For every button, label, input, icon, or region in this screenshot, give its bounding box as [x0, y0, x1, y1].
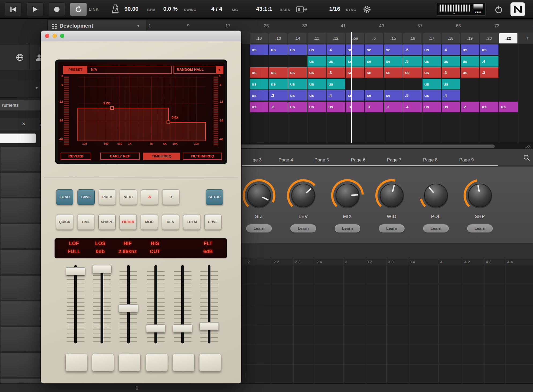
clip[interactable]: .4: [327, 45, 345, 55]
clip[interactable]: us: [288, 67, 307, 78]
clip[interactable]: .3: [327, 67, 345, 78]
meter-marker[interactable]: ▲: [453, 12, 456, 15]
display-tab-filter-freq[interactable]: FILTER/FREQ: [183, 153, 222, 160]
sound-slot[interactable]: [1, 250, 47, 274]
clip[interactable]: se: [384, 90, 403, 101]
fader-handle[interactable]: [66, 267, 85, 275]
page-tab[interactable]: Page 4: [271, 156, 301, 164]
clip[interactable]: us: [308, 79, 326, 90]
page-tab[interactable]: Page 6: [343, 156, 373, 164]
pad-button-6[interactable]: [199, 354, 221, 371]
pattern-slot[interactable]: .6: [365, 33, 383, 43]
pattern-slot[interactable]: .12: [327, 33, 345, 43]
pattern-slot[interactable]: .20: [480, 33, 498, 43]
clip[interactable]: se: [384, 67, 403, 78]
pad-button-1[interactable]: [65, 354, 87, 371]
clip[interactable]: us: [480, 102, 498, 112]
clip[interactable]: us: [308, 56, 326, 67]
clip[interactable]: us: [288, 45, 307, 55]
b-button[interactable]: B: [162, 189, 179, 205]
shape-button[interactable]: SHAPE: [98, 214, 116, 230]
clip[interactable]: us: [327, 102, 345, 112]
reverb-plugin-window[interactable]: PRESET N/A RANDOM HALL ▼ 00-6-6-12-12-24…: [41, 31, 241, 383]
fader-handle[interactable]: [146, 324, 165, 332]
display-tab-time-freq[interactable]: TIME/FREQ: [143, 153, 180, 160]
clip[interactable]: se: [346, 45, 364, 55]
pattern-slot[interactable]: .13: [269, 33, 287, 43]
link-toggle[interactable]: LINK: [89, 7, 99, 12]
page-tab[interactable]: Page 5: [307, 156, 336, 164]
clip[interactable]: us: [480, 45, 498, 55]
sound-slot[interactable]: [1, 224, 47, 248]
clip[interactable]: se: [365, 90, 383, 101]
pattern-slot[interactable]: .14: [288, 33, 306, 43]
clip[interactable]: .4: [442, 90, 460, 101]
learn-button[interactable]: Learn: [246, 224, 272, 232]
clip[interactable]: us: [269, 79, 288, 90]
close-window-button[interactable]: [45, 34, 49, 38]
fader-handle[interactable]: [173, 324, 192, 332]
clip[interactable]: .3: [269, 90, 288, 101]
clip[interactable]: us: [308, 45, 326, 55]
mod-button[interactable]: MOD: [141, 214, 158, 230]
pattern-slot[interactable]: .22: [499, 33, 517, 43]
preset-button[interactable]: PRESET: [64, 66, 87, 73]
clip[interactable]: us: [250, 67, 268, 78]
next-button[interactable]: NEXT: [120, 189, 137, 205]
search-icon[interactable]: [523, 154, 530, 161]
clip[interactable]: .3: [365, 102, 383, 112]
pattern-slot[interactable]: .15: [384, 33, 402, 43]
clip[interactable]: us: [308, 67, 326, 78]
resize-grip-icon[interactable]: [523, 143, 531, 149]
play-button[interactable]: [27, 3, 43, 16]
clip[interactable]: us: [250, 79, 268, 90]
clip[interactable]: us: [269, 45, 288, 55]
globe-icon[interactable]: [16, 53, 24, 62]
skip-back-button[interactable]: [5, 3, 22, 16]
clip[interactable]: se: [384, 45, 403, 55]
page-tab[interactable]: Page 7: [379, 156, 409, 164]
knob-mix[interactable]: [329, 177, 366, 214]
sound-slot[interactable]: [1, 301, 47, 326]
clip[interactable]: us: [327, 79, 345, 90]
clip[interactable]: us: [288, 102, 307, 112]
clip[interactable]: .3: [384, 102, 403, 112]
tempo-value[interactable]: 90.00: [124, 6, 139, 12]
pattern-slot[interactable]: .17: [423, 33, 441, 43]
clip[interactable]: se: [365, 45, 383, 55]
clip[interactable]: us: [423, 90, 441, 101]
reverb-time-freq-graph[interactable]: [71, 76, 212, 146]
clip[interactable]: us: [288, 90, 307, 101]
pad-button-4[interactable]: [146, 354, 168, 371]
clip[interactable]: us: [442, 102, 460, 112]
knob-lev[interactable]: [284, 177, 322, 214]
preset-dropdown[interactable]: RANDOM HALL ▼: [173, 66, 223, 74]
knob-wid[interactable]: [373, 177, 410, 214]
learn-button[interactable]: Learn: [467, 224, 493, 232]
chevron-down-icon[interactable]: ▾: [137, 23, 139, 28]
fader-handle[interactable]: [119, 304, 138, 312]
clip[interactable]: us: [288, 79, 307, 90]
browser-search-input[interactable]: [0, 134, 36, 143]
zoom-window-button[interactable]: [60, 34, 64, 38]
learn-button[interactable]: Learn: [290, 224, 316, 232]
close-icon[interactable]: ×: [22, 120, 25, 127]
sound-slot[interactable]: [1, 353, 47, 377]
gear-icon[interactable]: [362, 5, 372, 14]
clip[interactable]: us: [461, 45, 479, 55]
page-tab[interactable]: Page 8: [416, 156, 445, 164]
clip[interactable]: .4: [442, 45, 460, 55]
clip[interactable]: us: [308, 90, 326, 101]
den-button[interactable]: DEN: [162, 214, 179, 230]
clip[interactable]: se: [365, 67, 383, 78]
clip[interactable]: us: [250, 102, 268, 112]
display-tab-reverb[interactable]: REVERB: [61, 153, 91, 160]
clip[interactable]: us: [442, 56, 460, 67]
clip[interactable]: us: [461, 56, 479, 67]
save-button[interactable]: SAVE: [77, 189, 95, 205]
knob-pdl[interactable]: [417, 177, 455, 214]
pattern-slot[interactable]: .18: [442, 33, 460, 43]
setup-button[interactable]: SETUP: [206, 189, 223, 205]
learn-button[interactable]: Learn: [423, 224, 449, 232]
clip[interactable]: se: [346, 56, 364, 67]
